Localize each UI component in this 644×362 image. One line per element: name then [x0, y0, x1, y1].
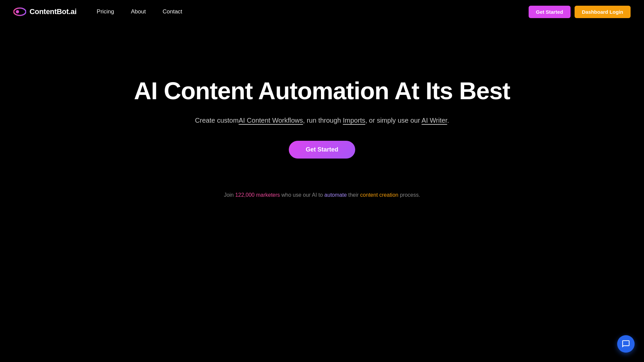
chat-icon	[622, 340, 630, 348]
chat-widget-button[interactable]	[617, 335, 635, 353]
hero-section: AI Content Automation At Its Best Create…	[0, 23, 644, 198]
nav-link-about[interactable]: About	[131, 8, 146, 15]
nav-links: Pricing About Contact	[97, 8, 528, 15]
subtitle-link-writer[interactable]: AI Writer	[422, 117, 447, 124]
logo-text: ContentBot.ai	[30, 7, 76, 16]
hero-subtitle: Create customAI Content Workflows, run t…	[195, 115, 449, 126]
subtitle-text-after: , or simply use our	[365, 117, 422, 124]
nav-actions: Get Started Dashboard Login	[529, 6, 631, 18]
social-proof-after: their	[347, 192, 360, 198]
nav-link-pricing[interactable]: Pricing	[97, 8, 114, 15]
svg-point-0	[14, 8, 26, 15]
logo-icon	[13, 5, 26, 18]
social-proof-highlight-automate: automate	[324, 192, 347, 198]
subtitle-link-imports[interactable]: Imports	[343, 117, 365, 124]
dashboard-login-button[interactable]: Dashboard Login	[575, 6, 631, 18]
svg-point-1	[16, 10, 19, 13]
social-proof-highlight-content: content creation	[360, 192, 398, 198]
subtitle-text-before: Create custom	[195, 117, 238, 124]
nav-link-contact[interactable]: Contact	[163, 8, 182, 15]
navbar: ContentBot.ai Pricing About Contact Get …	[0, 0, 644, 23]
social-proof-text: Join 122,000 marketers who use our AI to…	[224, 192, 420, 198]
logo-link[interactable]: ContentBot.ai	[13, 5, 76, 18]
social-proof-end: process.	[398, 192, 420, 198]
social-proof-highlight-marketers: 122,000 marketers	[235, 192, 280, 198]
hero-title: AI Content Automation At Its Best	[134, 77, 510, 105]
subtitle-text-middle: , run through	[303, 117, 343, 124]
get-started-nav-button[interactable]: Get Started	[529, 6, 571, 18]
social-proof-middle: who use our AI to	[280, 192, 325, 198]
get-started-hero-button[interactable]: Get Started	[289, 141, 355, 159]
subtitle-link-workflows[interactable]: AI Content Workflows	[238, 117, 303, 124]
social-proof-before: Join	[224, 192, 235, 198]
subtitle-text-end: .	[447, 117, 449, 124]
